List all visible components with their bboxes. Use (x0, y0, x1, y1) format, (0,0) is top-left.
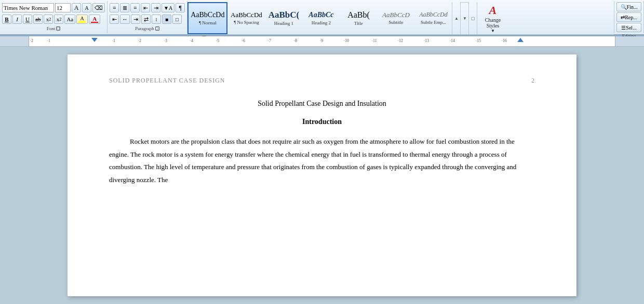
style-title[interactable]: AaBb( Title (340, 2, 377, 34)
font-color-btn[interactable]: A (89, 15, 100, 24)
bold-btn[interactable]: B (2, 15, 11, 24)
svg-text:·2: ·2 (138, 38, 141, 43)
ruler-right-margin (615, 36, 644, 46)
style-subtitle-preview: AaBbCcD (382, 11, 410, 19)
subscript-btn[interactable]: x2 (44, 15, 53, 24)
borders-btn[interactable]: □ (172, 15, 182, 24)
shading-btn[interactable]: ■ (162, 15, 171, 24)
show-para-btn[interactable]: ¶ (176, 3, 185, 12)
svg-text:·1: ·1 (47, 38, 50, 43)
doc-header: SOLID PROPELLANT CASE DESIGN 2 (109, 75, 535, 87)
change-styles-label: Change Styles (479, 17, 506, 29)
style-subtle-emphasis[interactable]: AaBbCcDd Subtle Emp... (414, 2, 452, 34)
align-center-btn[interactable]: ↔ (120, 15, 130, 24)
clear-format-btn[interactable]: ⌫ (92, 3, 105, 12)
style-heading1-label: Heading 1 (274, 21, 293, 26)
styles-more-btn[interactable]: ▢ (468, 2, 477, 34)
svg-text:·7: ·7 (268, 38, 271, 43)
replace-btn[interactable]: ⇄ Rep... (616, 12, 641, 22)
svg-text:·16: ·16 (502, 38, 507, 43)
change-styles-icon: A (489, 4, 497, 17)
select-btn[interactable]: ☰ Sel... (616, 23, 641, 32)
bullets-btn[interactable]: ≡ (110, 3, 119, 12)
styles-scroll-up-btn[interactable]: ▲ (452, 2, 460, 34)
line-spacing-btn[interactable]: ↕ (152, 15, 161, 24)
justify-btn[interactable]: ⇄ (141, 15, 151, 24)
ruler-indent-marker (91, 38, 98, 42)
style-heading2[interactable]: AaBbCc Heading 2 (302, 2, 340, 34)
styles-items-row: AaBbCcDd ¶ Normal AaBbCcDd ¶ No Spacing … (187, 2, 614, 34)
font-size-input[interactable]: 12 (55, 3, 71, 12)
font-expand-btn[interactable]: ▢ (56, 26, 60, 31)
styles-group: AaBbCcDd ¶ Normal AaBbCcDd ¶ No Spacing … (187, 1, 614, 33)
align-left-btn[interactable]: ⇤ (110, 15, 119, 24)
text-case-btn[interactable]: Aa (64, 15, 75, 24)
ruler-inner: ·2 ·1 ·1 ·2 ·3 ·4 ·5 ·6 ·7 ·8 ·9 ·10 ·11… (0, 36, 644, 46)
doc-title: Solid Propellant Case Design and Insulat… (109, 97, 535, 110)
style-title-preview: AaBb( (347, 10, 370, 20)
svg-text:·3: ·3 (164, 38, 167, 43)
style-normal-label: ¶ Normal (199, 20, 217, 25)
font-row1: Times New Roman 12 A A ⌫ (2, 2, 105, 13)
doc-page-number: 2 (531, 75, 535, 87)
italic-btn[interactable]: I (12, 15, 22, 24)
svg-text:·9: ·9 (320, 38, 323, 43)
doc-header-text: SOLID PROPELLANT CASE DESIGN (109, 75, 225, 87)
change-styles-btn[interactable]: A Change Styles ▼ (477, 2, 508, 34)
document-page: SOLID PROPELLANT CASE DESIGN 2 Solid Pro… (68, 54, 576, 296)
sort-btn[interactable]: ▼A (162, 3, 175, 12)
doc-section-heading: Introduction (109, 115, 535, 128)
multilevel-btn[interactable]: ≡ (130, 3, 140, 12)
font-shrink-btn[interactable]: A (82, 3, 91, 12)
editing-group: 🔍 Fin... ⇄ Rep... ☰ Sel... Editing (614, 1, 644, 33)
svg-text:·5: ·5 (216, 38, 219, 43)
ribbon-groups-row: Times New Roman 12 A A ⌫ B I U ab x2 x2 … (0, 0, 644, 35)
style-subtle-emphasis-preview: AaBbCcDd (419, 11, 448, 18)
svg-text:·14: ·14 (450, 38, 455, 43)
doc-paragraph-1[interactable]: Rocket motors are the propulsion class t… (109, 135, 535, 187)
style-subtitle-label: Subtitle (388, 20, 403, 25)
style-heading2-label: Heading 2 (312, 20, 331, 25)
numbering-btn[interactable]: ≣ (120, 3, 129, 12)
ruler: ·2 ·1 ·1 ·2 ·3 ·4 ·5 ·6 ·7 ·8 ·9 ·10 ·11… (0, 36, 644, 47)
underline-btn[interactable]: U (23, 15, 32, 24)
strikethrough-btn[interactable]: ab (33, 15, 43, 24)
style-no-spacing-label: ¶ No Spacing (234, 20, 259, 25)
svg-text:·12: ·12 (398, 38, 403, 43)
highlight-color-btn[interactable]: A (76, 15, 88, 24)
svg-text:·11: ·11 (372, 38, 377, 43)
find-btn[interactable]: 🔍 Fin... (616, 2, 641, 11)
style-heading1-preview: AaBbC( (269, 10, 300, 20)
font-name-input[interactable]: Times New Roman (2, 3, 54, 12)
font-grow-btn[interactable]: A (72, 3, 81, 12)
style-no-spacing-preview: AaBbCcDd (231, 11, 262, 19)
font-group-label: Font ▢ (2, 25, 105, 31)
style-no-spacing[interactable]: AaBbCcDd ¶ No Spacing (227, 2, 265, 34)
style-heading2-preview: AaBbCc (308, 11, 333, 19)
increase-indent-btn[interactable]: ⇥ (151, 3, 160, 12)
ruler-white-area[interactable]: ·2 ·1 ·1 ·2 ·3 ·4 ·5 ·6 ·7 ·8 ·9 ·10 ·11… (29, 36, 615, 46)
style-subtle-emphasis-label: Subtle Emp... (421, 20, 446, 25)
svg-text:·8: ·8 (294, 38, 297, 43)
svg-marker-18 (517, 38, 524, 42)
font-row2: B I U ab x2 x2 Aa A A (2, 13, 105, 25)
svg-text:·1: ·1 (112, 38, 115, 43)
style-heading1[interactable]: AaBbC( Heading 1 (265, 2, 302, 34)
decrease-indent-btn[interactable]: ⇤ (141, 3, 150, 12)
style-normal[interactable]: AaBbCcDd ¶ Normal (187, 2, 227, 34)
ruler-left-margin (0, 36, 29, 46)
style-subtitle[interactable]: AaBbCcD Subtitle (377, 2, 414, 34)
editing-btns: 🔍 Fin... ⇄ Rep... ☰ Sel... (616, 2, 641, 32)
change-styles-arrow: ▼ (491, 29, 495, 33)
svg-text:·13: ·13 (424, 38, 429, 43)
align-right-btn[interactable]: ⇥ (131, 15, 140, 24)
ribbon: Times New Roman 12 A A ⌫ B I U ab x2 x2 … (0, 0, 644, 36)
paragraph-row2: ⇤ ↔ ⇥ ⇄ ↕ ■ □ (110, 13, 185, 25)
paragraph-group: ≡ ≣ ≡ ⇤ ⇥ ▼A ¶ ⇤ ↔ ⇥ ⇄ ↕ ■ □ Paragraph ▢ (108, 1, 187, 33)
style-normal-preview: AaBbCcDd (191, 11, 224, 19)
paragraph-group-label: Paragraph ▢ (110, 25, 185, 31)
styles-scroll-down-btn[interactable]: ▼ (460, 2, 468, 34)
superscript-btn[interactable]: x2 (54, 15, 63, 24)
svg-text:·2: ·2 (30, 38, 33, 43)
paragraph-expand-btn[interactable]: ▢ (155, 26, 159, 31)
